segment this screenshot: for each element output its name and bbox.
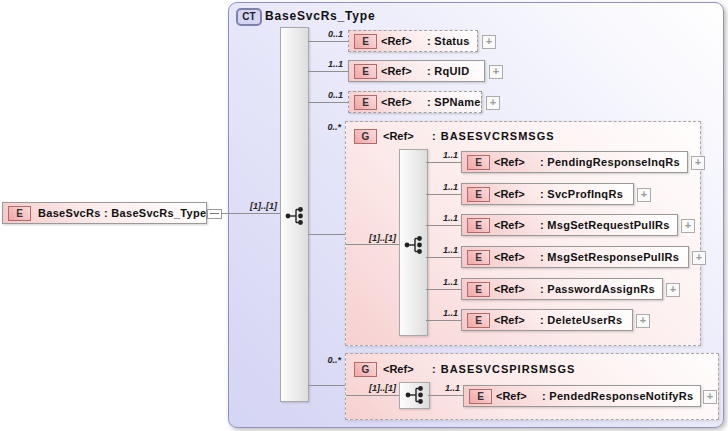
element-pendingresponseinqrs[interactable]: E <Ref> : PendingResponseInqRs xyxy=(461,151,688,173)
cardinality-label: 0..1 xyxy=(300,90,343,100)
element-ref: <Ref> xyxy=(381,95,412,109)
connector-line xyxy=(221,213,280,214)
connector-line xyxy=(308,41,348,42)
expand-icon[interactable]: + xyxy=(703,390,717,404)
cardinality-label: 1..1 xyxy=(414,213,458,223)
element-badge: E xyxy=(354,64,377,79)
element-deleteuserrs[interactable]: E <Ref> : DeleteUserRs xyxy=(461,309,633,331)
element-name: : PendedResponseNotifyRs xyxy=(542,389,693,403)
expand-icon[interactable]: + xyxy=(691,156,705,170)
expand-icon[interactable]: + xyxy=(692,251,706,265)
cardinality-label: 1..1 xyxy=(414,277,458,287)
expand-icon[interactable]: + xyxy=(637,188,651,202)
element-name: : SPName xyxy=(427,95,481,109)
connector-line xyxy=(426,225,461,226)
collapse-handle[interactable] xyxy=(207,209,222,219)
connector-line xyxy=(346,244,399,245)
element-ref: <Ref> xyxy=(381,64,412,78)
connector-line xyxy=(426,162,461,163)
connector-line xyxy=(308,234,345,235)
cardinality-label: 1..1 xyxy=(414,308,458,318)
cardinality-label: [1]..[1] xyxy=(354,233,396,243)
group-basesvcspirsmsgs[interactable]: G <Ref> : BASESVCSPIRSMSGS [1]..[1] 1..1… xyxy=(345,353,719,420)
group-name: : BASESVCRSMSGS xyxy=(432,129,555,143)
connector-line xyxy=(426,320,461,321)
cardinality-label: 1..1 xyxy=(414,150,458,160)
element-svcprofinqrs[interactable]: E <Ref> : SvcProfInqRs xyxy=(461,183,634,205)
group-badge: G xyxy=(354,362,377,377)
element-ref: <Ref> xyxy=(494,187,525,201)
cardinality-label: [1]..[1] xyxy=(352,383,396,393)
expand-icon[interactable]: + xyxy=(482,35,496,49)
element-badge: E xyxy=(467,250,490,265)
cardinality-label: 1..1 xyxy=(414,182,458,192)
element-badge: E xyxy=(467,282,490,297)
element-badge: E xyxy=(469,389,492,404)
cardinality-label: 1..1 xyxy=(300,59,343,69)
expand-icon[interactable]: + xyxy=(681,219,695,233)
element-basesvcrs[interactable]: E BaseSvcRs : BaseSvcRs_Type xyxy=(2,202,207,224)
schema-diagram: CT BaseSvcRs_Type E BaseSvcRs : BaseSvcR… xyxy=(0,0,728,431)
element-name: : MsgSetRequestPullRs xyxy=(540,218,670,232)
element-badge: E xyxy=(467,187,490,202)
connector-line xyxy=(308,102,348,103)
element-passwordassignrs[interactable]: E <Ref> : PasswordAssignRs xyxy=(461,278,663,300)
element-name: : PendingResponseInqRs xyxy=(540,155,680,169)
group-badge: G xyxy=(354,129,377,144)
connector-line xyxy=(426,289,461,290)
complex-type-title: BaseSvcRs_Type xyxy=(265,8,375,24)
connector-line xyxy=(308,385,345,386)
element-spname[interactable]: E <Ref> : SPName xyxy=(348,91,482,113)
element-name: : RqUID xyxy=(427,64,469,78)
element-ref: <Ref> xyxy=(381,34,412,48)
connector-line xyxy=(428,395,463,396)
expand-icon[interactable]: + xyxy=(486,96,500,110)
sequence-icon xyxy=(285,206,305,226)
element-name: : SvcProfInqRs xyxy=(540,187,623,201)
element-badge: E xyxy=(467,313,490,328)
element-name: : MsgSetResponsePullRs xyxy=(540,250,679,264)
element-ref: <Ref> xyxy=(496,389,527,403)
connector-line xyxy=(426,194,461,195)
sequence-bar[interactable] xyxy=(280,27,309,402)
connector-line xyxy=(346,395,399,396)
ct-badge: CT xyxy=(236,8,262,26)
element-badge: E xyxy=(467,155,490,170)
cardinality-label: [1]..[1] xyxy=(240,201,277,211)
element-ref: <Ref> xyxy=(494,155,525,169)
element-ref: <Ref> xyxy=(494,218,525,232)
element-msgsetrequestpullrs[interactable]: E <Ref> : MsgSetRequestPullRs xyxy=(461,214,678,236)
element-status[interactable]: E <Ref> : Status xyxy=(348,30,478,52)
group-name: : BASESVCSPIRSMSGS xyxy=(432,362,575,376)
expand-icon[interactable]: + xyxy=(489,65,503,79)
cardinality-label: 0..1 xyxy=(300,29,343,39)
cardinality-label: 0..* xyxy=(297,355,341,365)
element-ref: <Ref> xyxy=(494,282,525,296)
group-basesvcrsmsgs[interactable]: G <Ref> : BASESVCRSMSGS [1]..[1] 1..1 E … xyxy=(345,121,701,346)
connector-line xyxy=(426,257,461,258)
element-badge: E xyxy=(8,206,31,221)
element-badge: E xyxy=(354,34,377,49)
element-name: : Status xyxy=(427,34,470,48)
expand-icon[interactable]: + xyxy=(666,283,680,297)
element-name: : PasswordAssignRs xyxy=(540,282,655,296)
element-name: : DeleteUserRs xyxy=(540,313,622,327)
group-ref: <Ref> xyxy=(383,362,414,376)
element-msgsetresponsepullrs[interactable]: E <Ref> : MsgSetResponsePullRs xyxy=(461,246,689,268)
element-ref: <Ref> xyxy=(494,250,525,264)
connector-line xyxy=(308,71,348,72)
cardinality-label: 0..* xyxy=(297,122,341,132)
element-badge: E xyxy=(354,95,377,110)
root-element-label: BaseSvcRs : BaseSvcRs_Type xyxy=(38,206,206,220)
element-pendedresponsenotifyrs[interactable]: E <Ref> : PendedResponseNotifyRs xyxy=(463,385,701,407)
cardinality-label: 1..1 xyxy=(414,245,458,255)
cardinality-label: 1..1 xyxy=(416,383,460,393)
expand-icon[interactable]: + xyxy=(636,314,650,328)
element-badge: E xyxy=(467,218,490,233)
element-rquid[interactable]: E <Ref> : RqUID xyxy=(348,60,485,82)
group-ref: <Ref> xyxy=(383,129,414,143)
element-ref: <Ref> xyxy=(494,313,525,327)
